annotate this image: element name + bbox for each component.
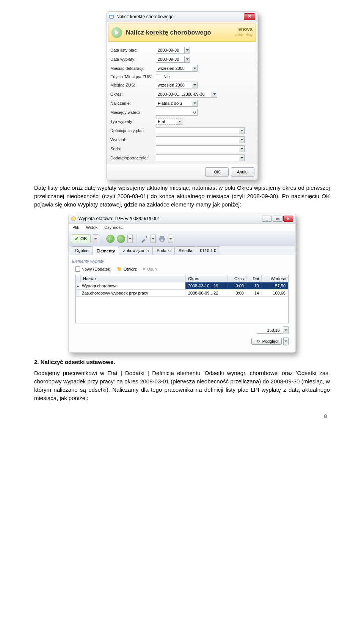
tab-zobowiazania[interactable]: Zobowiązania — [119, 246, 153, 255]
tab-0110[interactable]: 0110 1 0 — [196, 246, 220, 255]
col-nazwa[interactable]: Nazwa — [81, 275, 186, 282]
grid-marker-col — [76, 275, 81, 282]
grid-empty-area — [76, 296, 288, 323]
col-okres[interactable]: Okres — [186, 275, 228, 282]
value-edycja-zus: Nie — [163, 74, 170, 79]
dropdown-icon[interactable] — [239, 136, 245, 143]
dropdown-icon[interactable] — [192, 82, 198, 88]
separator — [136, 234, 137, 244]
input-typ-wyplaty[interactable]: Etat — [156, 118, 177, 125]
input-okres[interactable]: 2008-03-01…2008-09-30 — [156, 91, 212, 98]
dropdown-icon[interactable] — [177, 118, 182, 125]
total-dropdown-icon[interactable] — [283, 326, 289, 334]
label-miesiac-dekl: Miesiąc deklaracji: — [110, 66, 156, 71]
grid-total-row: 158,16 — [72, 323, 292, 336]
dropdown-icon[interactable] — [239, 154, 245, 161]
open-button[interactable]: Otwórz — [117, 266, 137, 272]
col-wartosc[interactable]: Wartość — [262, 275, 288, 282]
input-seria[interactable] — [156, 145, 239, 152]
window-wyplata-etatowa: Wypłata etatowa: LPE/F/2008/09/1/0001 _ … — [68, 214, 296, 353]
svg-rect-1 — [110, 16, 113, 16]
preview-dropdown-icon[interactable] — [283, 337, 289, 345]
dropdown-icon[interactable] — [192, 100, 198, 107]
window-title: Wypłata etatowa: LPE/F/2008/09/1/0001 — [78, 216, 160, 221]
dropdown-icon[interactable] — [239, 127, 245, 134]
label-def-listy: Definicja listy płac: — [110, 128, 156, 133]
label-data-wyplaty: Data wypłaty: — [110, 57, 156, 61]
table-row[interactable]: ▸ Wynagr.chorobowe 2008-03-10…19 0:00 10… — [76, 282, 288, 289]
input-miesiac-zus[interactable]: wrzesień 2008 — [156, 82, 192, 88]
brand-subtitle: pakiet złoty — [235, 33, 253, 37]
label-seria: Seria: — [110, 147, 156, 151]
panel-footer: Podgląd — [72, 336, 292, 349]
col-dni[interactable]: Dni — [246, 275, 262, 282]
toolbar: ✔OK ← → — [69, 231, 295, 246]
delete-button[interactable]: ✕ Usuń — [142, 267, 157, 272]
row-marker-icon — [76, 290, 80, 296]
menu-czynnosci[interactable]: Czynności — [104, 225, 124, 230]
close-button[interactable]: ✕ — [283, 216, 293, 222]
label-wydzial: Wydział: — [110, 137, 156, 142]
menu-widok[interactable]: Widok — [86, 225, 98, 230]
preview-button[interactable]: Podgląd — [251, 338, 282, 345]
minimize-button[interactable]: _ — [262, 216, 272, 222]
tab-elementy[interactable]: Elementy — [92, 247, 119, 255]
table-row[interactable]: Zas.chorobowy wypadek przy pracy 2008-06… — [76, 289, 288, 296]
back-button[interactable]: ← — [106, 235, 115, 243]
label-miesiecy-wstecz: Miesięcy wstecz: — [110, 110, 156, 115]
cancel-button[interactable]: Anuluj — [231, 167, 254, 177]
label-edycja-zus: Edycja 'Miesiąca ZUS': — [110, 74, 156, 79]
separator — [102, 234, 102, 244]
maximize-button[interactable]: ▭ — [273, 216, 282, 222]
cell-wartosc: 100,66 — [262, 290, 288, 296]
panel-title: Elementy wypłaty — [72, 259, 292, 263]
tab-ogolne[interactable]: Ogólne — [71, 246, 93, 255]
nav-dropdown-icon[interactable] — [127, 235, 133, 243]
forward-button[interactable]: → — [117, 235, 125, 243]
print-icon[interactable] — [158, 235, 166, 243]
ok-dropdown-icon[interactable] — [93, 234, 98, 243]
paragraph-1: Datę listy płac oraz datę wypłaty wpisuj… — [34, 184, 330, 208]
label-okres: Okres: — [110, 92, 156, 96]
play-icon — [111, 27, 122, 38]
wrench-icon[interactable] — [141, 235, 148, 243]
input-miesiecy-wstecz[interactable]: 0 — [156, 109, 198, 116]
dropdown-icon[interactable] — [185, 56, 190, 63]
tab-podatki[interactable]: Podatki — [152, 246, 175, 255]
input-wydzial[interactable] — [156, 136, 239, 143]
dropdown-icon[interactable] — [239, 145, 245, 152]
titlebar[interactable]: Wypłata etatowa: LPE/F/2008/09/1/0001 _ … — [69, 214, 295, 224]
titlebar[interactable]: Nalicz korektę chorobowego ✕ — [107, 12, 257, 22]
cell-okres: 2008-03-10…19 — [186, 282, 228, 289]
checkbox-edycja-zus[interactable] — [156, 74, 161, 79]
cell-dni: 14 — [246, 290, 262, 296]
app-icon — [109, 14, 114, 19]
cell-wartosc: 57,50 — [262, 282, 288, 289]
total-value: 158,16 — [257, 327, 283, 334]
cell-czas: 0:00 — [228, 290, 246, 296]
input-miesiac-dekl[interactable]: wrzesień 2008 — [156, 65, 192, 72]
print-dropdown-icon[interactable] — [168, 235, 173, 243]
delete-icon: ✕ — [142, 267, 146, 272]
ok-button[interactable]: OK — [205, 167, 229, 177]
input-data-wyplaty[interactable]: 2008-09-30 — [156, 56, 185, 63]
col-czas[interactable]: Czas — [228, 275, 246, 282]
input-dodatek[interactable] — [156, 154, 239, 161]
dropdown-icon[interactable] — [212, 91, 217, 98]
dropdown-icon[interactable] — [185, 47, 190, 54]
cell-dni: 10 — [246, 282, 262, 289]
heading-step-2: 2. Naliczyć odsetki ustawowe. — [34, 359, 330, 365]
new-button[interactable]: Nowy (Dodatek) — [75, 266, 111, 272]
menu-plik[interactable]: Plik — [72, 225, 79, 230]
tab-skladki[interactable]: Składki — [174, 246, 196, 255]
dialog-header: Nalicz korektę chorobowego enova pakiet … — [108, 24, 256, 42]
input-data-listy[interactable]: 2008-09-30 — [156, 47, 185, 54]
close-button[interactable]: ✕ — [244, 13, 255, 20]
ok-button[interactable]: ✔OK — [71, 234, 91, 243]
input-def-listy[interactable] — [156, 127, 239, 134]
input-naliczanie[interactable]: Płatna z dołu — [156, 100, 192, 107]
svg-point-2 — [72, 217, 76, 221]
grid-toolbar: Nowy (Dodatek) Otwórz ✕ Usuń — [72, 266, 292, 275]
dropdown-icon[interactable] — [192, 65, 198, 72]
tools-dropdown-icon[interactable] — [151, 235, 156, 243]
